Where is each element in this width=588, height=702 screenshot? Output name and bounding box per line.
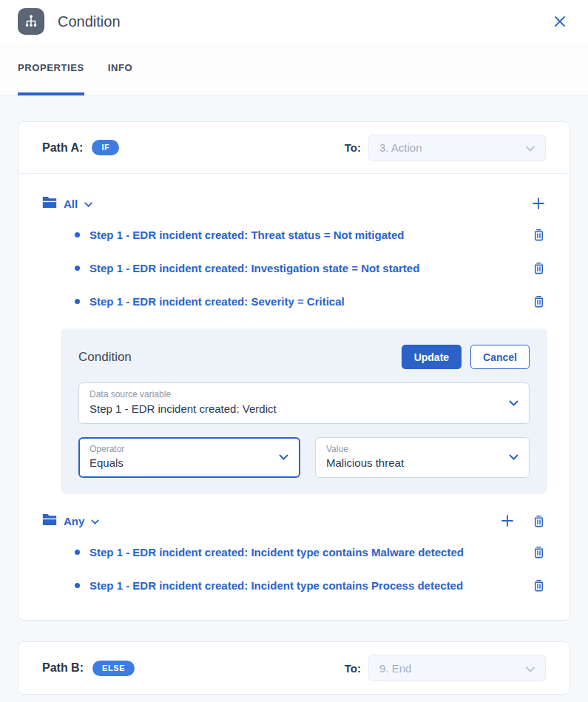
data-source-value: Step 1 - EDR incident created: Verdict bbox=[89, 401, 499, 417]
folder-icon bbox=[42, 196, 57, 212]
group-any-name: Any bbox=[64, 515, 84, 527]
delete-condition-icon[interactable] bbox=[530, 226, 547, 244]
path-b-label: Path B: bbox=[42, 661, 84, 675]
path-a-target-select[interactable]: 3. Action bbox=[368, 135, 546, 161]
operator-label: Operator bbox=[89, 443, 270, 456]
path-a-label: Path A: bbox=[42, 141, 83, 155]
condition-text[interactable]: Step 1 - EDR incident created: Incident … bbox=[89, 546, 530, 558]
panel-content: Path A: IF To: 3. Action bbox=[0, 96, 588, 702]
chevron-down-icon bbox=[84, 197, 92, 210]
condition-row: Step 1 - EDR incident created: Investiga… bbox=[42, 252, 547, 285]
path-b-to-label: To: bbox=[345, 662, 361, 675]
chevron-down-icon bbox=[526, 141, 535, 154]
condition-row: Step 1 - EDR incident created: Threat st… bbox=[42, 218, 547, 252]
operator-select[interactable]: Operator Equals bbox=[78, 437, 300, 479]
chevron-down-icon bbox=[279, 454, 288, 460]
delete-condition-icon[interactable] bbox=[530, 293, 547, 311]
path-a-card: Path A: IF To: 3. Action bbox=[18, 121, 570, 621]
path-b-row: Path B: ELSE To: 9. End bbox=[18, 642, 570, 694]
condition-editor-header: Condition Update Cancel bbox=[78, 345, 530, 369]
condition-text[interactable]: Step 1 - EDR incident created: Incident … bbox=[89, 579, 530, 592]
add-condition-icon[interactable] bbox=[499, 512, 516, 530]
path-b-target-value: 9. End bbox=[379, 662, 411, 675]
value-value: Malicious threat bbox=[326, 455, 499, 471]
editor-title: Condition bbox=[78, 350, 402, 365]
condition-row: Step 1 - EDR incident created: Incident … bbox=[42, 569, 547, 602]
delete-condition-icon[interactable] bbox=[530, 577, 547, 595]
group-all-header: All bbox=[42, 189, 547, 218]
bullet-icon bbox=[75, 583, 80, 588]
else-badge: ELSE bbox=[92, 661, 135, 676]
group-any-toggle[interactable]: Any bbox=[42, 513, 99, 529]
bullet-icon bbox=[75, 232, 80, 237]
condition-editor: Condition Update Cancel Data source vari… bbox=[61, 328, 547, 494]
tab-info[interactable]: INFO bbox=[108, 43, 132, 95]
add-condition-icon[interactable] bbox=[530, 195, 547, 212]
delete-condition-icon[interactable] bbox=[530, 544, 547, 561]
condition-text[interactable]: Step 1 - EDR incident created: Investiga… bbox=[89, 262, 530, 274]
group-any-header: Any bbox=[42, 506, 547, 536]
delete-group-icon[interactable] bbox=[530, 512, 547, 530]
if-badge: IF bbox=[92, 140, 119, 155]
chevron-down-icon bbox=[509, 454, 518, 460]
bullet-icon bbox=[75, 266, 80, 271]
group-all-toggle[interactable]: All bbox=[42, 196, 92, 212]
operator-value: Equals bbox=[89, 455, 270, 471]
path-a-row: Path A: IF To: 3. Action bbox=[18, 122, 570, 174]
condition-branch-icon bbox=[18, 8, 44, 35]
cancel-button[interactable]: Cancel bbox=[470, 345, 530, 369]
path-a-target-value: 3. Action bbox=[379, 141, 422, 154]
delete-condition-icon[interactable] bbox=[530, 260, 547, 277]
path-b-target-select[interactable]: 9. End bbox=[368, 655, 546, 681]
bullet-icon bbox=[75, 550, 80, 555]
condition-text[interactable]: Step 1 - EDR incident created: Severity … bbox=[89, 295, 530, 308]
path-a-to-label: To: bbox=[345, 141, 361, 154]
data-source-select[interactable]: Data source variable Step 1 - EDR incide… bbox=[78, 382, 530, 424]
panel-header: Condition bbox=[0, 0, 588, 43]
condition-text[interactable]: Step 1 - EDR incident created: Threat st… bbox=[89, 229, 530, 241]
condition-row: Step 1 - EDR incident created: Incident … bbox=[42, 536, 547, 569]
update-button[interactable]: Update bbox=[402, 345, 462, 369]
chevron-down-icon bbox=[526, 662, 535, 675]
group-all-name: All bbox=[64, 198, 78, 210]
chevron-down-icon bbox=[91, 514, 99, 527]
data-source-label: Data source variable bbox=[89, 388, 499, 401]
value-select[interactable]: Value Malicious threat bbox=[315, 437, 530, 479]
bullet-icon bbox=[75, 299, 80, 304]
value-label: Value bbox=[326, 443, 499, 456]
tab-bar: PROPERTIES INFO bbox=[0, 43, 588, 96]
close-icon[interactable] bbox=[550, 11, 570, 32]
path-b-card: Path B: ELSE To: 9. End bbox=[18, 641, 570, 695]
condition-row: Step 1 - EDR incident created: Severity … bbox=[42, 285, 547, 318]
chevron-down-icon bbox=[509, 400, 518, 406]
conditions-body: All Step 1 - EDR incident created: Threa… bbox=[18, 174, 570, 620]
page-title: Condition bbox=[58, 13, 121, 30]
tab-properties[interactable]: PROPERTIES bbox=[18, 43, 84, 95]
folder-icon bbox=[42, 513, 57, 529]
